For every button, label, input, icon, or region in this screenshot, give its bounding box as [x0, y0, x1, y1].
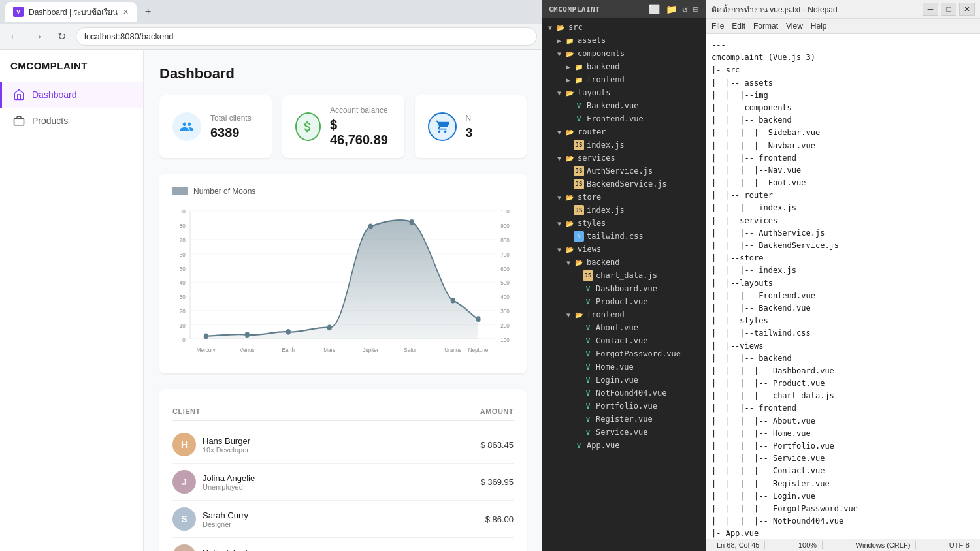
chevron-icon: ▼ — [554, 153, 564, 163]
tree-item[interactable]: Stailwind.css — [542, 230, 706, 243]
js-file-icon: JS — [583, 270, 593, 281]
tree-item[interactable]: ▶📁frontend — [542, 73, 706, 86]
tree-item[interactable]: VFrontend.vue — [542, 112, 706, 125]
address-bar[interactable]: localhost:8080/backend — [76, 27, 537, 46]
reload-button[interactable]: ↻ — [52, 27, 71, 46]
tree-item[interactable]: JSBackendService.js — [542, 178, 706, 191]
svg-text:Mars: Mars — [323, 346, 335, 353]
tree-item[interactable]: ▼📂store — [542, 191, 706, 204]
tree-label: Dashboard.vue — [596, 284, 657, 293]
refresh-icon[interactable]: ↺ — [682, 4, 688, 14]
menu-file[interactable]: File — [711, 20, 724, 32]
line-chart: 90 80 70 60 50 40 30 20 10 0 1000 900 80… — [172, 204, 514, 360]
menu-help[interactable]: Help — [811, 20, 827, 32]
tree-item[interactable]: ▼📂components — [542, 47, 706, 60]
tree-item[interactable]: ▼📂backend — [542, 256, 706, 269]
sidebar-item-products[interactable]: Products — [0, 108, 143, 134]
sidebar-item-dashboard[interactable]: Dashboard — [0, 82, 143, 108]
tree-item[interactable]: VRegister.vue — [542, 413, 706, 426]
css-file-icon: S — [574, 231, 584, 242]
vue-file-icon: V — [583, 388, 593, 398]
client-details: Jolina Angelie Unemployed — [203, 473, 255, 491]
legend-color — [172, 187, 188, 195]
new-file-icon[interactable]: ⬜ — [649, 4, 661, 14]
tree-label: index.js — [587, 206, 625, 215]
maximize-button[interactable]: □ — [941, 3, 956, 16]
tree-item[interactable]: VApp.vue — [542, 439, 706, 452]
back-button[interactable]: ← — [5, 27, 24, 46]
tree-item[interactable]: VContact.vue — [542, 334, 706, 347]
zoom-status: 100% — [793, 541, 823, 549]
svg-text:60: 60 — [180, 251, 186, 258]
tree-item[interactable]: ▼📂src — [542, 21, 706, 34]
tree-label: layouts — [578, 88, 611, 97]
tab-title: Dashboard | ระบบข้อเรียน — [29, 6, 118, 18]
vue-file-icon: V — [583, 427, 593, 437]
tree-label: About.vue — [596, 323, 638, 332]
tree-item[interactable]: JSchart_data.js — [542, 269, 706, 282]
tree-item[interactable]: VForgotPassword.vue — [542, 347, 706, 360]
tree-item[interactable]: ▼📂frontend — [542, 308, 706, 321]
menu-edit[interactable]: Edit — [732, 20, 745, 32]
chevron-icon: ▶ — [563, 74, 574, 85]
table-row: J Jolina Angelie Unemployed $ 369.95 — [172, 464, 514, 501]
tree-item[interactable]: VProduct.vue — [542, 295, 706, 308]
col-client-header: CLIENT — [172, 407, 201, 415]
folder-icon: 📂 — [574, 309, 584, 320]
minimize-button[interactable]: ─ — [923, 3, 938, 16]
tree-item[interactable]: VHome.vue — [542, 360, 706, 373]
stat-card-clients: Total clients 6389 — [159, 95, 272, 158]
tree-item[interactable]: ▶📁assets — [542, 34, 706, 47]
tree-item[interactable]: JSindex.js — [542, 138, 706, 151]
svg-text:Uranus: Uranus — [444, 346, 462, 353]
new-folder-icon[interactable]: 📁 — [666, 4, 678, 14]
browser-toolbar: ← → ↻ localhost:8080/backend — [0, 24, 542, 50]
tree-item[interactable]: ▼📂services — [542, 151, 706, 165]
menu-format[interactable]: Format — [753, 20, 778, 32]
tree-item[interactable]: VAbout.vue — [542, 321, 706, 334]
tree-item[interactable]: ▼📂layouts — [542, 86, 706, 99]
svg-text:600: 600 — [500, 265, 510, 272]
tree-label: src — [568, 23, 583, 32]
new-tab-button[interactable]: + — [139, 3, 157, 21]
tree-label: assets — [578, 36, 606, 45]
browser-tab[interactable]: V Dashboard | ระบบข้อเรียน × — [5, 2, 137, 22]
tree-item[interactable]: VLogin.vue — [542, 373, 706, 386]
stat-label: Total clients — [210, 114, 252, 123]
tab-close-button[interactable]: × — [123, 7, 129, 16]
tree-item[interactable]: JSindex.js — [542, 204, 706, 217]
svg-text:Jupiter: Jupiter — [363, 346, 378, 353]
money-icon — [295, 112, 321, 141]
tree-item[interactable]: VService.vue — [542, 426, 706, 439]
chevron-icon: ▼ — [554, 244, 564, 255]
notepad-content[interactable]: --- cmcomplaint (Vue.js 3) |- src | |-- … — [706, 34, 980, 539]
sidebar-item-label: Products — [32, 116, 68, 126]
tree-item[interactable]: ▼📂router — [542, 125, 706, 138]
notepad-menu: File Edit Format View Help — [706, 19, 980, 34]
line-ending-status: Windows (CRLF) — [851, 541, 917, 549]
collapse-all-icon[interactable]: ⊟ — [693, 4, 699, 14]
stat-info: N 3 — [466, 114, 473, 140]
tree-item[interactable]: VBackend.vue — [542, 99, 706, 112]
client-name: Hans Burger — [203, 436, 250, 446]
svg-text:300: 300 — [500, 307, 510, 315]
amount: $ 86.00 — [485, 514, 514, 524]
tree-item[interactable]: ▼📂views — [542, 243, 706, 256]
menu-view[interactable]: View — [786, 20, 803, 32]
tree-item[interactable]: ▼📂styles — [542, 217, 706, 230]
people-icon — [172, 112, 201, 141]
notepad-title: ติดตั้งการทำงาน vue.js.txt - Notepad — [711, 3, 838, 16]
tree-item[interactable]: VPortfolio.vue — [542, 400, 706, 413]
tree-item[interactable]: VNotFound404.vue — [542, 386, 706, 400]
js-file-icon: JS — [574, 140, 584, 150]
tree-item[interactable]: JSAuthService.js — [542, 165, 706, 178]
vue-file-icon: V — [574, 101, 584, 111]
forward-button[interactable]: → — [29, 27, 47, 46]
close-button[interactable]: ✕ — [959, 3, 975, 16]
notepad-panel: ติดตั้งการทำงาน vue.js.txt - Notepad ─ □… — [706, 0, 980, 551]
tree-item[interactable]: VDashboard.vue — [542, 282, 706, 295]
legend-label: Number of Moons — [193, 187, 255, 196]
avatar: H — [172, 433, 196, 456]
tree-item[interactable]: ▶📁backend — [542, 60, 706, 73]
vue-file-icon: V — [583, 283, 593, 294]
